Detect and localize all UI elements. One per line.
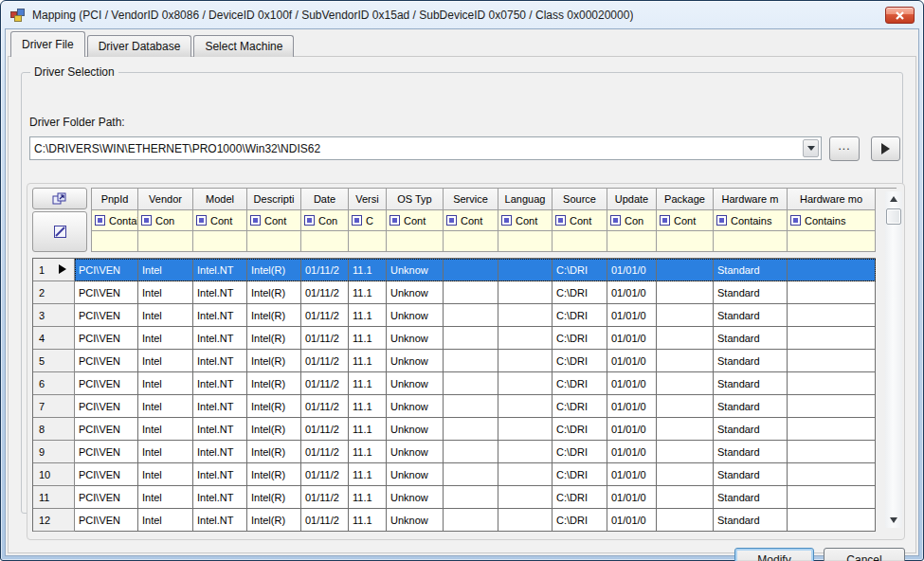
grid-cell[interactable]	[657, 395, 714, 418]
grid-cell[interactable]: Standard	[714, 486, 788, 509]
filter-input-cell[interactable]	[247, 231, 301, 252]
grid-cell[interactable]: Intel	[138, 327, 193, 350]
grid-cell[interactable]: Intel	[138, 486, 193, 509]
grid-cell[interactable]	[657, 463, 714, 486]
filter-cell[interactable]: Cont	[498, 210, 553, 231]
filter-cell[interactable]: C	[349, 210, 387, 231]
row-header[interactable]: 4	[33, 327, 75, 350]
table-row[interactable]: 3PCI\VENIntelIntel.NTIntel(R)01/11/211.1…	[33, 304, 876, 327]
grid-cell[interactable]: Intel	[138, 372, 193, 395]
grid-cell[interactable]: 01/01/0	[607, 259, 657, 281]
grid-cell[interactable]: Unknow	[387, 372, 444, 395]
grid-cell[interactable]: 01/11/2	[301, 463, 349, 486]
column-header[interactable]: Languag	[498, 189, 553, 210]
grid-cell[interactable]	[498, 372, 553, 395]
grid-cell[interactable]	[444, 304, 498, 327]
grid-cell[interactable]: Intel	[138, 441, 193, 463]
row-header[interactable]: 2	[33, 281, 75, 304]
grid-cell[interactable]: 11.1	[349, 372, 387, 395]
grid-cell[interactable]: Intel.NT	[193, 281, 247, 304]
column-header[interactable]: Vendor	[138, 189, 193, 210]
row-header[interactable]: 1	[33, 259, 75, 281]
contains-filter-icon[interactable]	[790, 215, 801, 226]
grid-cell[interactable]	[498, 463, 553, 486]
grid-cell[interactable]: 01/11/2	[301, 281, 349, 304]
grid-cell[interactable]: Intel	[138, 281, 193, 304]
grid-cell[interactable]: PCI\VEN	[75, 509, 138, 532]
grid-cell[interactable]	[788, 259, 876, 281]
grid-cell[interactable]: Intel(R)	[247, 441, 301, 463]
grid-cell[interactable]: Intel(R)	[247, 304, 301, 327]
grid-cell[interactable]: Unknow	[387, 395, 444, 418]
row-header[interactable]: 9	[33, 441, 75, 463]
grid-cell[interactable]	[498, 418, 553, 441]
grid-cell[interactable]: PCI\VEN	[75, 486, 138, 509]
grid-cell[interactable]	[657, 441, 714, 463]
grid-cell[interactable]: Standard	[714, 395, 788, 418]
grid-cell[interactable]	[444, 350, 498, 372]
column-header[interactable]: Date	[301, 189, 349, 210]
grid-cell[interactable]: PCI\VEN	[75, 463, 138, 486]
driver-folder-path-input[interactable]	[34, 139, 792, 157]
grid-cell[interactable]: Standard	[714, 463, 788, 486]
grid-cell[interactable]: 01/11/2	[301, 304, 349, 327]
run-button[interactable]	[871, 136, 900, 161]
column-chooser-button[interactable]	[32, 188, 87, 209]
grid-cell[interactable]: Intel(R)	[247, 463, 301, 486]
grid-cell[interactable]	[444, 441, 498, 463]
grid-cell[interactable]: 11.1	[349, 463, 387, 486]
contains-filter-icon[interactable]	[95, 215, 105, 226]
grid-cell[interactable]: 01/01/0	[607, 463, 657, 486]
grid-cell[interactable]: Intel(R)	[247, 418, 301, 441]
grid-cell[interactable]	[444, 463, 498, 486]
grid-cell[interactable]	[498, 350, 553, 372]
contains-filter-icon[interactable]	[501, 215, 512, 226]
grid-cell[interactable]: Standard	[714, 281, 788, 304]
tab-driver-database[interactable]: Driver Database	[87, 35, 192, 57]
grid-cell[interactable]: Unknow	[387, 463, 444, 486]
grid-cell[interactable]: Intel(R)	[247, 327, 301, 350]
contains-filter-icon[interactable]	[141, 215, 152, 226]
grid-cell[interactable]	[498, 259, 553, 281]
filter-cell[interactable]: Contains	[714, 210, 788, 231]
grid-cell[interactable]: 01/11/2	[301, 259, 349, 281]
grid-cell[interactable]: Intel(R)	[247, 259, 301, 281]
filter-input-cell[interactable]	[444, 231, 498, 252]
row-header[interactable]: 12	[33, 509, 75, 532]
column-header[interactable]: Model	[193, 189, 247, 210]
grid-cell[interactable]: 01/01/0	[607, 304, 657, 327]
grid-cell[interactable]: 11.1	[349, 486, 387, 509]
grid-cell[interactable]: Intel.NT	[193, 395, 247, 418]
grid-cell[interactable]: 01/11/2	[301, 418, 349, 441]
grid-cell[interactable]	[657, 372, 714, 395]
grid-cell[interactable]: Standard	[714, 350, 788, 372]
filter-cell[interactable]: Con	[301, 210, 349, 231]
contains-filter-icon[interactable]	[446, 215, 457, 226]
column-header[interactable]: Source	[553, 189, 607, 210]
grid-cell[interactable]: C:\DRI	[553, 372, 607, 395]
browse-button[interactable]: ...	[829, 136, 860, 161]
filter-input-cell[interactable]	[553, 231, 607, 252]
grid-cell[interactable]	[444, 259, 498, 281]
grid-cell[interactable]: Intel	[138, 259, 193, 281]
grid-cell[interactable]: C:\DRI	[553, 509, 607, 532]
table-row[interactable]: 2PCI\VENIntelIntel.NTIntel(R)01/11/211.1…	[33, 281, 876, 304]
grid-cell[interactable]: Intel.NT	[193, 463, 247, 486]
grid-cell[interactable]: 01/11/2	[301, 395, 349, 418]
grid-cell[interactable]: Intel.NT	[193, 418, 247, 441]
filter-cell[interactable]: Con	[138, 210, 193, 231]
grid-cell[interactable]: Standard	[714, 418, 788, 441]
grid-cell[interactable]: 01/01/0	[607, 486, 657, 509]
grid-cell[interactable]: 11.1	[349, 350, 387, 372]
grid-cell[interactable]	[788, 441, 876, 463]
grid-cell[interactable]: 01/11/2	[301, 372, 349, 395]
grid-cell[interactable]: Intel	[138, 350, 193, 372]
grid-cell[interactable]	[788, 372, 876, 395]
grid-cell[interactable]: PCI\VEN	[75, 259, 138, 281]
grid-cell[interactable]: 11.1	[349, 418, 387, 441]
table-row[interactable]: 6PCI\VENIntelIntel.NTIntel(R)01/11/211.1…	[33, 372, 876, 395]
grid-cell[interactable]: Intel.NT	[193, 304, 247, 327]
grid-cell[interactable]	[788, 350, 876, 372]
grid-cell[interactable]	[788, 395, 876, 418]
contains-filter-icon[interactable]	[555, 215, 566, 226]
